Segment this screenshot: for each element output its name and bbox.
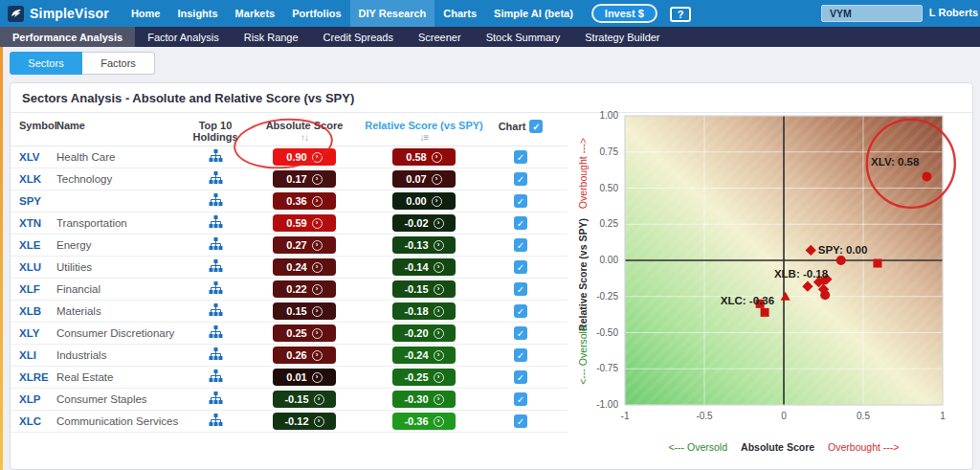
absolute-score-badge[interactable]: 0.59› (273, 214, 336, 232)
subnav-item-performance-analysis[interactable]: Performance Analysis (0, 27, 135, 47)
relative-score-badge[interactable]: -0.25› (392, 369, 456, 386)
topnav-item-diy-research[interactable]: DIY Research (350, 0, 435, 27)
relative-score-badge[interactable]: -0.14› (392, 258, 456, 276)
relative-score-badge[interactable]: -0.15› (392, 280, 456, 298)
chart-row-checkbox[interactable]: ✓ (514, 370, 527, 384)
chart-row-checkbox[interactable]: ✓ (514, 172, 527, 186)
invest-button[interactable]: Invest $ (591, 4, 657, 23)
top10-holdings-icon[interactable] (209, 149, 223, 165)
top10-holdings-icon[interactable] (209, 303, 223, 319)
subnav-item-risk-range[interactable]: Risk Range (232, 27, 311, 47)
absolute-score-badge[interactable]: 0.27› (273, 236, 336, 254)
topnav-item-home[interactable]: Home (122, 0, 169, 27)
top10-holdings-icon[interactable] (209, 193, 223, 209)
chart-row-checkbox[interactable]: ✓ (514, 260, 527, 274)
chart-row-checkbox[interactable]: ✓ (514, 282, 527, 296)
top10-holdings-icon[interactable] (209, 237, 223, 253)
top10-holdings-icon[interactable] (209, 171, 223, 187)
col-header-relative-score[interactable]: Relative Score (vs SPY) (365, 120, 483, 131)
symbol-link[interactable]: XLY (19, 327, 39, 339)
chart-select-all-checkbox[interactable]: ✓ (529, 120, 543, 133)
relative-score-badge[interactable]: -0.20› (392, 325, 456, 342)
symbol-link[interactable]: XLV (19, 151, 40, 163)
symbol-link[interactable]: SPY (19, 195, 41, 207)
relative-score-badge[interactable]: -0.36› (392, 413, 456, 430)
topnav-item-markets[interactable]: Markets (227, 0, 284, 27)
subnav-item-strategy-builder[interactable]: Strategy Builder (572, 27, 672, 47)
relative-score-badge[interactable]: 0.07› (392, 170, 456, 188)
tab-sectors[interactable]: Sectors (10, 52, 82, 75)
absolute-score-badge[interactable]: 0.25› (273, 325, 336, 342)
absolute-score-badge[interactable]: 0.24› (273, 258, 336, 276)
chart-row-checkbox[interactable]: ✓ (514, 414, 527, 428)
top10-holdings-icon[interactable] (209, 347, 223, 363)
symbol-link[interactable]: XLP (19, 393, 40, 405)
top10-holdings-icon[interactable] (209, 392, 223, 407)
col-header-chart: Chart (499, 121, 526, 132)
chart-row-checkbox[interactable]: ✓ (514, 150, 527, 164)
absolute-score-badge[interactable]: 0.15› (273, 302, 336, 320)
symbol-link[interactable]: XLRE (19, 371, 49, 383)
absolute-score-value: 0.01 (286, 371, 306, 383)
relative-score-badge[interactable]: -0.24› (392, 347, 456, 364)
topnav-item-insights[interactable]: Insights (168, 0, 226, 27)
symbol-link[interactable]: XLC (19, 415, 41, 427)
subnav-item-credit-spreads[interactable]: Credit Spreads (311, 27, 406, 47)
topnav-item-charts[interactable]: Charts (434, 0, 485, 27)
chart-row-checkbox[interactable]: ✓ (514, 348, 527, 362)
top10-holdings-icon[interactable] (209, 369, 223, 385)
top10-holdings-icon[interactable] (209, 325, 223, 341)
symbol-link[interactable]: XLK (19, 173, 41, 185)
symbol-link[interactable]: XLB (19, 305, 41, 317)
help-icon[interactable]: ? (670, 7, 691, 22)
symbol-link[interactable]: XLU (19, 261, 41, 273)
relative-score-badge[interactable]: -0.13› (392, 236, 456, 254)
symbol-link[interactable]: XLE (19, 239, 40, 251)
chart-row-checkbox[interactable]: ✓ (514, 304, 527, 318)
point-label-spy: SPY: 0.00 (818, 244, 868, 256)
col-header-name[interactable]: Name (56, 120, 179, 131)
symbol-link[interactable]: XTN (19, 217, 41, 229)
absolute-score-badge[interactable]: 0.36› (273, 192, 336, 210)
table-row-xlp: XLPConsumer Staples-0.15›-0.30›✓ (11, 389, 568, 411)
chart-row-checkbox[interactable]: ✓ (514, 392, 527, 406)
symbol-link[interactable]: XLI (19, 349, 36, 361)
user-menu[interactable]: L Roberts (929, 7, 978, 18)
subnav-item-screener[interactable]: Screener (406, 27, 474, 47)
subnav-item-stock-summary[interactable]: Stock Summary (474, 27, 573, 47)
top10-holdings-icon[interactable] (209, 259, 223, 275)
subnav-item-factor-analysis[interactable]: Factor Analysis (135, 27, 232, 47)
top10-holdings-icon[interactable] (209, 281, 223, 297)
topnav-item-simple-ai-beta-[interactable]: Simple AI (beta) (485, 0, 582, 27)
brand[interactable]: SimpleVisor (0, 6, 122, 22)
absolute-score-badge[interactable]: 0.17› (273, 170, 336, 188)
relative-score-badge[interactable]: -0.18› (392, 302, 456, 320)
col-header-absolute-score[interactable]: Absolute Score (266, 120, 344, 131)
chart-row-checkbox[interactable]: ✓ (514, 216, 527, 230)
absolute-score-badge[interactable]: -0.15› (273, 391, 336, 408)
chart-row-checkbox[interactable]: ✓ (514, 326, 527, 340)
tab-factors[interactable]: Factors (82, 52, 155, 75)
search-input[interactable] (821, 5, 923, 22)
col-header-holdings[interactable]: Top 10 Holdings (179, 120, 252, 143)
absolute-score-badge[interactable]: 0.26› (273, 347, 336, 364)
sort-icon-relative[interactable]: ↓≡ (420, 132, 429, 143)
topnav-item-portfolios[interactable]: Portfolios (283, 0, 349, 27)
absolute-score-badge[interactable]: -0.12› (273, 413, 336, 430)
absolute-score-badge[interactable]: 0.90› (273, 148, 336, 166)
relative-score-badge[interactable]: 0.00› (392, 192, 456, 210)
sort-icon-absolute[interactable]: ↑↓ (301, 132, 308, 143)
top10-holdings-icon[interactable] (209, 215, 223, 231)
sector-name: Materials (56, 305, 101, 317)
symbol-link[interactable]: XLF (19, 283, 40, 295)
relative-score-badge[interactable]: 0.58› (392, 148, 456, 166)
top10-holdings-icon[interactable] (209, 414, 223, 429)
absolute-score-badge[interactable]: 0.22› (273, 280, 336, 298)
col-header-symbol[interactable]: Symbol (11, 120, 56, 131)
relative-score-badge[interactable]: -0.30› (392, 391, 456, 408)
relative-score-badge[interactable]: -0.02› (392, 214, 456, 232)
chart-row-checkbox[interactable]: ✓ (514, 194, 527, 208)
absolute-score-value: 0.17 (286, 173, 306, 185)
absolute-score-badge[interactable]: 0.01› (273, 369, 336, 386)
chart-row-checkbox[interactable]: ✓ (514, 238, 527, 252)
